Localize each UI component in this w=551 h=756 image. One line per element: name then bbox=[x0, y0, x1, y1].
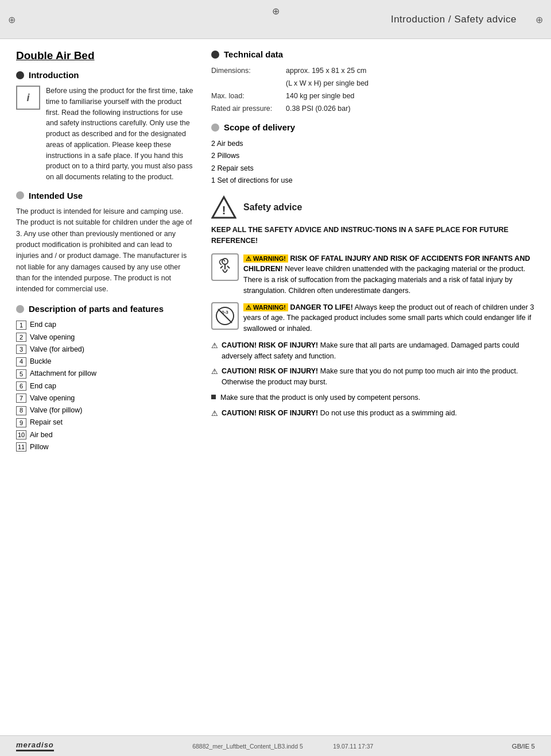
caution-item-2: ⚠ CAUTION! RISK OF INJURY! Make sure tha… bbox=[211, 366, 535, 388]
warning-badge-1: ⚠ WARNING! bbox=[243, 254, 288, 263]
list-item: 7 Valve opening bbox=[16, 392, 194, 404]
footer: meradiso 68882_mer_Luftbett_Content_LB3.… bbox=[0, 735, 551, 756]
warning-icon-age: 0-3 bbox=[211, 302, 239, 330]
page: ⊕ Introduction / Safety advice ⊕ ⊕ Doubl… bbox=[0, 0, 551, 756]
tech-value-pressure: 0.38 PSI (0.026 bar) bbox=[286, 103, 535, 114]
description-heading: Description of parts and features bbox=[16, 303, 194, 315]
right-crosshair-icon: ⊕ bbox=[536, 14, 543, 25]
safety-title: Safety advice bbox=[243, 202, 302, 213]
tech-value-lwh: (L x W x H) per single bed bbox=[286, 78, 535, 89]
svg-line-5 bbox=[227, 266, 230, 268]
info-icon: i bbox=[16, 86, 40, 110]
caution-text-2: CAUTION! RISK OF INJURY! Make sure that … bbox=[222, 366, 535, 388]
list-item: 1 Set of directions for use bbox=[211, 175, 535, 187]
tech-label-empty bbox=[211, 78, 286, 89]
footer-page-info: GB/IE 5 bbox=[512, 743, 535, 750]
tech-label-load: Max. load: bbox=[211, 90, 286, 102]
caution-triangle-icon-3: ⚠ bbox=[211, 408, 218, 419]
description-bullet bbox=[16, 305, 24, 313]
introduction-heading: Introduction bbox=[16, 70, 194, 80]
header-title: Introduction / Safety advice bbox=[391, 14, 517, 25]
list-item: 2 Valve opening bbox=[16, 331, 194, 344]
bullet-item-1: Make sure that the product is only used … bbox=[211, 392, 535, 403]
bullet-text-1: Make sure that the product is only used … bbox=[220, 392, 420, 403]
tech-label-dimensions: Dimensions: bbox=[211, 65, 286, 76]
svg-text:!: ! bbox=[222, 204, 226, 217]
product-title: Double Air Bed bbox=[16, 49, 194, 62]
warning-badge-2: ⚠ WARNING! bbox=[243, 303, 288, 311]
tech-label-pressure: Rated air pressure: bbox=[211, 103, 286, 114]
warning-item-1: ⚠ WARNING! RISK OF FATAL INJURY AND RISK… bbox=[211, 253, 535, 296]
list-item: 10 Air bed bbox=[16, 429, 194, 441]
intro-info-box: i Before using the product for the first… bbox=[16, 86, 194, 183]
intro-text: Before using the product for the first t… bbox=[46, 86, 194, 183]
intended-use-text: The product is intended for leisure and … bbox=[16, 206, 194, 295]
caution-item-3: ⚠ CAUTION! RISK OF INJURY! Do not use th… bbox=[211, 408, 535, 419]
caution-text-1: CAUTION! RISK OF INJURY! Make sure that … bbox=[222, 340, 535, 362]
list-item: 2 Pillows bbox=[211, 150, 535, 162]
warning-icon-strangulation bbox=[211, 253, 239, 281]
scope-list: 2 Air beds 2 Pillows 2 Repair sets 1 Set… bbox=[211, 138, 535, 187]
list-item: 6 End cap bbox=[16, 380, 194, 392]
top-crosshair-icon: ⊕ bbox=[272, 6, 280, 17]
safety-keep-text: KEEP ALL THE SAFETY ADVICE AND INSTRUC-T… bbox=[211, 225, 535, 246]
list-item: 11 Pillow bbox=[16, 441, 194, 453]
list-item: 2 Air beds bbox=[211, 138, 535, 150]
intro-bullet bbox=[16, 71, 24, 79]
header-bar: ⊕ Introduction / Safety advice ⊕ ⊕ bbox=[0, 0, 551, 39]
list-item: 5 Attachment for pillow bbox=[16, 368, 194, 380]
scope-heading: Scope of delivery bbox=[211, 122, 535, 132]
tech-value-load: 140 kg per single bed bbox=[286, 90, 535, 102]
square-bullet-icon bbox=[211, 395, 216, 399]
caution-text-3: CAUTION! RISK OF INJURY! Do not use this… bbox=[222, 408, 457, 419]
intended-use-heading: Intended Use bbox=[16, 191, 194, 200]
tech-data-grid: Dimensions: approx. 195 x 81 x 25 cm (L … bbox=[211, 65, 535, 114]
main-content: Double Air Bed Introduction i Before usi… bbox=[0, 39, 551, 735]
caution-item-1: ⚠ CAUTION! RISK OF INJURY! Make sure tha… bbox=[211, 340, 535, 362]
caution-triangle-icon-2: ⚠ bbox=[211, 367, 218, 377]
footer-file-info: 68882_mer_Luftbett_Content_LB3.indd 5 19… bbox=[192, 743, 373, 750]
list-item: 8 Valve (for pillow) bbox=[16, 404, 194, 416]
left-crosshair-icon: ⊕ bbox=[8, 14, 15, 25]
warning-text-1: ⚠ WARNING! RISK OF FATAL INJURY AND RISK… bbox=[243, 253, 535, 296]
list-item: 1 End cap bbox=[16, 319, 194, 331]
warning-item-2: 0-3 ⚠ WARNING! DANGER TO LIFE! Always ke… bbox=[211, 302, 535, 334]
intended-bullet bbox=[16, 191, 24, 199]
list-item: 2 Repair sets bbox=[211, 163, 535, 175]
tech-bullet bbox=[211, 51, 219, 59]
list-item: 4 Buckle bbox=[16, 356, 194, 368]
tech-value-dimensions: approx. 195 x 81 x 25 cm bbox=[286, 65, 535, 76]
list-item: 3 Valve (for airbed) bbox=[16, 344, 194, 356]
parts-list: 1 End cap 2 Valve opening 3 Valve (for a… bbox=[16, 319, 194, 453]
safety-heading-box: ! Safety advice bbox=[211, 195, 535, 220]
list-item: 9 Repair set bbox=[16, 416, 194, 429]
left-column: Double Air Bed Introduction i Before usi… bbox=[16, 49, 194, 730]
svg-line-4 bbox=[220, 266, 223, 268]
warning-text-2: ⚠ WARNING! DANGER TO LIFE! Always keep t… bbox=[243, 302, 535, 334]
meradiso-logo: meradiso bbox=[16, 740, 54, 751]
safety-warning-icon: ! bbox=[211, 195, 236, 220]
scope-bullet bbox=[211, 124, 219, 132]
caution-triangle-icon-1: ⚠ bbox=[211, 341, 218, 352]
technical-data-heading: Technical data bbox=[211, 49, 535, 59]
right-column: Technical data Dimensions: approx. 195 x… bbox=[211, 49, 535, 730]
